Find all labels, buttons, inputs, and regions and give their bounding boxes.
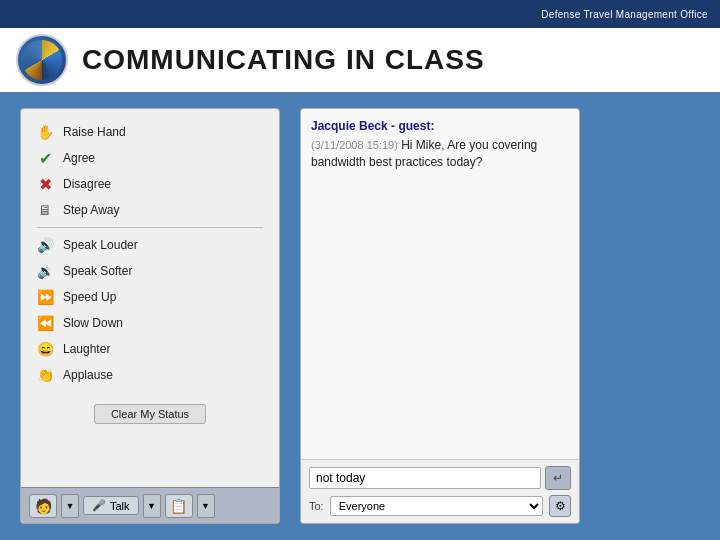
toolbar-share-dropdown[interactable]: ▼ <box>197 494 215 518</box>
chat-to-row: To: Everyone Host Presenter ⚙ <box>309 495 571 517</box>
menu-item-step-away[interactable]: 🖥 Step Away <box>29 197 271 223</box>
chat-input[interactable] <box>309 467 541 489</box>
to-label: To: <box>309 500 324 512</box>
laughter-label: Laughter <box>63 342 110 356</box>
org-label: Defense Travel Management Office <box>541 9 708 20</box>
top-section: COMMUNICATING IN CLASS <box>0 28 720 92</box>
toolbar-avatar-dropdown[interactable]: ▼ <box>61 494 79 518</box>
agree-icon: ✔ <box>35 148 55 168</box>
menu-item-disagree[interactable]: ✖ Disagree <box>29 171 271 197</box>
slow-down-icon: ⏪ <box>35 313 55 333</box>
speed-up-label: Speed Up <box>63 290 116 304</box>
laughter-icon: 😄 <box>35 339 55 359</box>
slow-down-label: Slow Down <box>63 316 123 330</box>
menu-item-agree[interactable]: ✔ Agree <box>29 145 271 171</box>
menu-item-speak-louder[interactable]: 🔊 Speak Louder <box>29 232 271 258</box>
menu-divider <box>37 227 263 228</box>
chat-panel: Jacquie Beck - guest: (3/11/2008 15:19) … <box>300 108 580 524</box>
chat-message: (3/11/2008 15:19) Hi Mike, Are you cover… <box>311 137 569 171</box>
mic-icon: 🎤 <box>92 499 106 512</box>
chat-messages: Jacquie Beck - guest: (3/11/2008 15:19) … <box>301 109 579 459</box>
speak-louder-icon: 🔊 <box>35 235 55 255</box>
agree-label: Agree <box>63 151 95 165</box>
menu-item-speak-softer[interactable]: 🔉 Speak Softer <box>29 258 271 284</box>
menu-item-speed-up[interactable]: ⏩ Speed Up <box>29 284 271 310</box>
talk-label: Talk <box>110 500 130 512</box>
logo <box>16 34 68 86</box>
toolbar: 🧑 ▼ 🎤 Talk ▼ 📋 ▼ <box>21 487 279 523</box>
main-content: ✋ Raise Hand ✔ Agree ✖ Disagree 🖥 Step A… <box>0 92 720 540</box>
toolbar-talk-dropdown[interactable]: ▼ <box>143 494 161 518</box>
chat-send-button[interactable]: ↵ <box>545 466 571 490</box>
menu-item-slow-down[interactable]: ⏪ Slow Down <box>29 310 271 336</box>
disagree-label: Disagree <box>63 177 111 191</box>
toolbar-share-icon: 📋 <box>165 494 193 518</box>
header-bar: Defense Travel Management Office <box>0 0 720 28</box>
applause-icon: 👏 <box>35 365 55 385</box>
chat-input-area: ↵ To: Everyone Host Presenter ⚙ <box>301 459 579 523</box>
speak-louder-label: Speak Louder <box>63 238 138 252</box>
disagree-icon: ✖ <box>35 174 55 194</box>
chat-sender: Jacquie Beck - guest: <box>311 119 569 133</box>
page-title: COMMUNICATING IN CLASS <box>82 44 485 76</box>
step-away-label: Step Away <box>63 203 119 217</box>
speak-softer-icon: 🔉 <box>35 261 55 281</box>
raise-hand-label: Raise Hand <box>63 125 126 139</box>
menu-item-raise-hand[interactable]: ✋ Raise Hand <box>29 119 271 145</box>
clear-status-button[interactable]: Clear My Status <box>94 404 206 424</box>
step-away-icon: 🖥 <box>35 200 55 220</box>
logo-inner <box>22 40 62 80</box>
raise-hand-icon: ✋ <box>35 122 55 142</box>
chat-settings-button[interactable]: ⚙ <box>549 495 571 517</box>
to-select[interactable]: Everyone Host Presenter <box>330 496 543 516</box>
menu-list: ✋ Raise Hand ✔ Agree ✖ Disagree 🖥 Step A… <box>21 109 279 398</box>
chat-input-row: ↵ <box>309 466 571 490</box>
menu-item-applause[interactable]: 👏 Applause <box>29 362 271 388</box>
talk-button[interactable]: 🎤 Talk <box>83 496 139 515</box>
toolbar-avatar-icon: 🧑 <box>29 494 57 518</box>
speed-up-icon: ⏩ <box>35 287 55 307</box>
chat-timestamp: (3/11/2008 15:19) <box>311 139 398 151</box>
speak-softer-label: Speak Softer <box>63 264 132 278</box>
menu-item-laughter[interactable]: 😄 Laughter <box>29 336 271 362</box>
applause-label: Applause <box>63 368 113 382</box>
menu-panel: ✋ Raise Hand ✔ Agree ✖ Disagree 🖥 Step A… <box>20 108 280 524</box>
